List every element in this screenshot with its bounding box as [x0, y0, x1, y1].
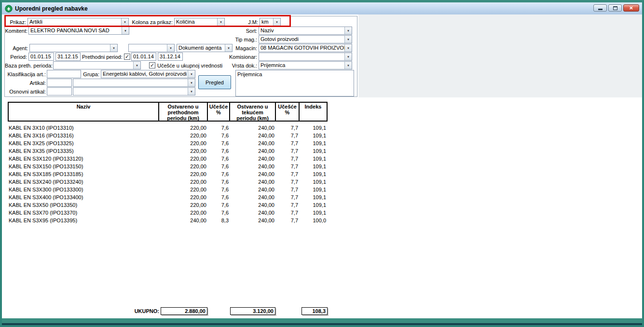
- tipmag-value: Gotovi proizvodi: [259, 36, 344, 43]
- tipmag-combobox[interactable]: Gotovi proizvodi ▼: [259, 35, 352, 43]
- table-row[interactable]: KABL EN S3X400 (IPO133400)220,007,6240,0…: [8, 193, 328, 201]
- table-row[interactable]: KABL EN S3X150 (IPO133150)220,007,6240,0…: [8, 163, 328, 170]
- table-row[interactable]: KABL EN 3X16 (IPO13316)220,007,6240,007,…: [8, 132, 328, 139]
- grupa-label: Grupa:: [81, 71, 99, 78]
- table-cell: 240,00: [230, 193, 276, 201]
- grupa-combobox[interactable]: Energetski kablovi, Gotovi proizvodi ▼: [101, 70, 195, 78]
- table-cell: 240,00: [230, 217, 276, 224]
- magacin-combobox[interactable]: 08 MAGACIN GOTOVIH PROIZVODA ▼: [259, 44, 352, 52]
- osnovni-artikal-label: Osnovni artikal:: [5, 89, 46, 95]
- table-cell: 220,00: [159, 209, 208, 217]
- header-naziv: Naziv: [8, 102, 159, 122]
- table-row[interactable]: KABL EN S3X95 (IPO13395)240,008,3240,007…: [8, 217, 328, 224]
- komitent-combobox[interactable]: ELEKTRO PANONIJA NOVI SAD ▼: [28, 27, 129, 35]
- baza-value: [54, 62, 133, 69]
- table-cell: 220,00: [159, 186, 208, 193]
- table-cell: KABL EN S3X70 (IPO13370): [8, 209, 159, 217]
- tipmag-label: Tip mag.:: [212, 37, 257, 43]
- table-body: KABL EN 3X10 (IPO13310)220,007,6240,007,…: [8, 124, 328, 224]
- table-row[interactable]: KABL EN S3X50 (IPO13350)220,007,6240,007…: [8, 201, 328, 209]
- table-cell: 109,1: [300, 155, 328, 163]
- osnovni-artikal-field[interactable]: [47, 87, 72, 95]
- table-cell: 109,1: [300, 132, 328, 139]
- table-row[interactable]: KABL EN S3X70 (IPO13370)220,007,6240,007…: [8, 209, 328, 217]
- header-prethodni-period: Ostvareno u prethodnom periodu (km): [158, 102, 208, 122]
- klasifikacija-label: Klasifikacija art.:: [5, 71, 46, 78]
- table-cell: 240,00: [230, 201, 276, 209]
- jm-combobox[interactable]: km ▼: [260, 18, 281, 26]
- background-strip: [358, 14, 642, 97]
- table-cell: 109,1: [300, 147, 328, 155]
- agent-combobox[interactable]: ▼: [29, 44, 118, 52]
- komisionar-label: Komisionar:: [212, 54, 257, 60]
- table-cell: 220,00: [159, 201, 208, 209]
- magacin-label: Magacin:: [212, 45, 257, 52]
- period-from-field[interactable]: 01.01.15: [28, 53, 54, 61]
- close-button[interactable]: ✕: [623, 4, 639, 12]
- table-cell: 240,00: [159, 217, 208, 224]
- table-cell: 7,7: [276, 163, 300, 170]
- maximize-button[interactable]: [608, 4, 622, 12]
- titlebar[interactable]: Uporedni pregled nabavke ✕: [2, 2, 642, 14]
- osnovni-artikal-combobox[interactable]: ▼: [73, 87, 195, 95]
- table-cell: 8,3: [208, 217, 230, 224]
- table-cell: 7,7: [276, 132, 300, 139]
- table-cell: KABL EN S3X400 (IPO133400): [8, 193, 159, 201]
- pregled-button[interactable]: Pregled: [198, 75, 231, 89]
- total-curr-box: 3.120,00: [230, 307, 275, 315]
- komitent-label: Komitent:: [4, 28, 27, 34]
- baza-combobox[interactable]: ▼: [53, 61, 141, 69]
- total-label: UKUPNO:: [111, 308, 159, 314]
- header-ucesce-1: Učešće %: [207, 102, 230, 122]
- table-cell: KABL EN S3X120 (IPO133120): [8, 155, 159, 163]
- table-cell: 7,7: [276, 170, 300, 178]
- table-row[interactable]: KABL EN S3X185 (IPO133185)220,007,6240,0…: [8, 170, 328, 178]
- artikal-field[interactable]: [47, 79, 72, 87]
- table-cell: KABL EN 3X35 (IPO13335): [8, 147, 159, 155]
- baza-label: Baza preth. perioda:: [5, 63, 52, 69]
- table-row[interactable]: KABL EN 3X10 (IPO13310)220,007,6240,007,…: [8, 124, 328, 132]
- table-cell: 220,00: [159, 163, 208, 170]
- table-cell: 240,00: [230, 132, 276, 139]
- table-cell: KABL EN S3X150 (IPO133150): [8, 163, 159, 170]
- table-cell: 220,00: [159, 170, 208, 178]
- table-cell: 109,1: [300, 163, 328, 170]
- agent2-combobox[interactable]: ▼: [128, 44, 175, 52]
- table-row[interactable]: KABL EN 3X35 (IPO13335)220,007,6240,007,…: [8, 147, 328, 155]
- table-row[interactable]: KABL EN S3X120 (IPO133120)220,007,6240,0…: [8, 155, 328, 163]
- table-cell: 240,00: [230, 163, 276, 170]
- table-row[interactable]: KABL EN S3X300 (IPO133300)220,007,6240,0…: [8, 186, 328, 193]
- klasifikacija-field[interactable]: [47, 70, 81, 78]
- listbox-item[interactable]: Prijemnica: [237, 71, 352, 78]
- table-row[interactable]: KABL EN 3X25 (IPO13325)220,007,6240,007,…: [8, 139, 328, 147]
- table-cell: 109,1: [300, 193, 328, 201]
- chevron-down-icon: ▼: [217, 18, 224, 26]
- sort-combobox[interactable]: Naziv ▼: [259, 27, 352, 35]
- prethodni-from-field[interactable]: 01.01.14: [131, 53, 156, 61]
- vrstadok-combobox[interactable]: Prijemnica ▼: [259, 61, 352, 69]
- table-cell: 7,6: [208, 209, 230, 217]
- vrstadok-value: Prijemnica: [259, 62, 344, 69]
- table-cell: KABL EN S3X185 (IPO133185): [8, 170, 159, 178]
- period-to-field[interactable]: 31.12.15: [55, 53, 81, 61]
- table-cell: 7,7: [276, 186, 300, 193]
- minimize-button[interactable]: [593, 4, 607, 12]
- prikaz-combobox[interactable]: Artikli ▼: [27, 18, 129, 26]
- table-cell: 7,6: [208, 170, 230, 178]
- table-cell: 109,1: [300, 201, 328, 209]
- table-cell: KABL EN S3X300 (IPO133300): [8, 186, 159, 193]
- sort-label: Sort:: [212, 28, 257, 34]
- table-cell: 240,00: [230, 186, 276, 193]
- kolona-combobox[interactable]: Količina ▼: [174, 18, 225, 26]
- magacin-value: 08 MAGACIN GOTOVIH PROIZVODA: [259, 44, 344, 52]
- prethodni-to-field[interactable]: 31.12.14: [158, 53, 183, 61]
- vrsta-dok-listbox[interactable]: Prijemnica: [235, 70, 354, 96]
- table-cell: 7,6: [208, 155, 230, 163]
- jm-value: km: [260, 18, 273, 26]
- table-row[interactable]: KABL EN S3X240 (IPO133240)220,007,6240,0…: [8, 178, 328, 186]
- artikal-combobox[interactable]: ▼: [73, 79, 195, 87]
- table-cell: 109,1: [300, 209, 328, 217]
- prethodni-period-checkbox[interactable]: ✓: [124, 54, 130, 60]
- komisionar-combobox[interactable]: ▼: [259, 53, 352, 61]
- ucesce-checkbox[interactable]: ✓: [149, 62, 155, 68]
